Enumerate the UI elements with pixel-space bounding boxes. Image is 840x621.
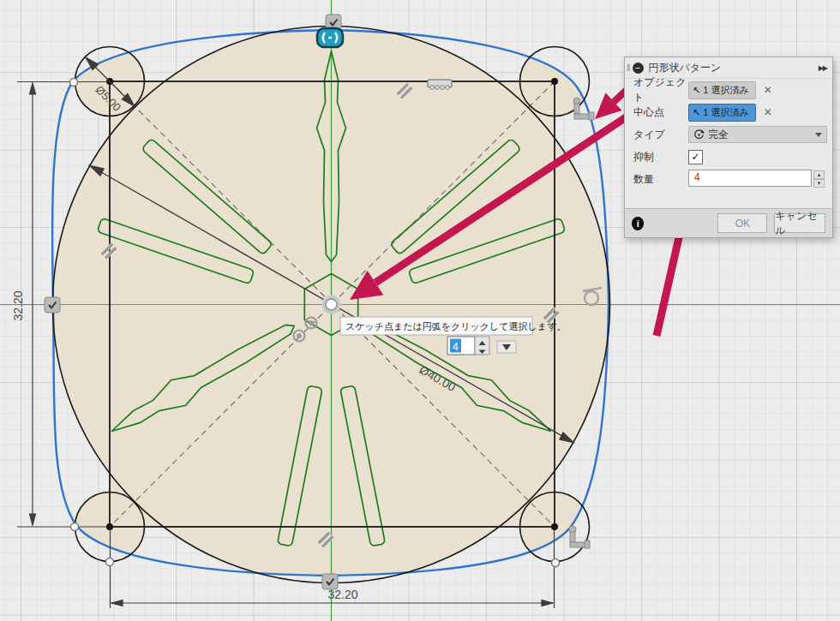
symmetry-point-icon[interactable] — [317, 28, 343, 47]
center-selection-count: 1 選択済み — [703, 106, 748, 119]
cursor-icon: ↖ — [693, 107, 700, 118]
quantity-increment-button[interactable]: ▲ — [813, 170, 825, 179]
suppress-label: 抑制 — [633, 150, 688, 164]
check-constraint-icon — [45, 297, 60, 313]
type-value: 完全 — [708, 128, 815, 142]
dialog-footer: i OK キャンセル — [625, 208, 832, 237]
row-type: タイプ 完全 — [625, 123, 832, 146]
object-selection-count: 1 選択済み — [703, 84, 748, 97]
cancel-button[interactable]: キャンセル — [774, 213, 825, 233]
center-point-marker[interactable] — [322, 296, 341, 314]
type-dropdown[interactable]: 完全 — [688, 126, 827, 143]
drag-grip-icon[interactable]: ‖ — [627, 63, 629, 73]
row-center-point: 中心点 ↖ 1 選択済み ✕ — [625, 101, 832, 123]
center-clear-button[interactable]: ✕ — [764, 106, 772, 118]
object-clear-button[interactable]: ✕ — [764, 84, 772, 96]
canvas-quantity-value[interactable]: 4 — [453, 341, 459, 353]
dialog-title: 円形状パターン — [649, 61, 819, 75]
cursor-icon: ↖ — [693, 85, 700, 96]
row-object: オブジェクト ↖ 1 選択済み ✕ — [625, 79, 832, 101]
center-point-label: 中心点 — [633, 105, 688, 120]
chevron-down-icon — [815, 133, 822, 137]
check-constraint-icon — [322, 574, 338, 589]
full-circle-type-icon — [693, 129, 705, 140]
collapse-icon[interactable]: − — [633, 63, 644, 74]
quantity-decrement-button[interactable]: ▼ — [813, 179, 825, 188]
sketch-canvas[interactable]: Ø40.00 Ø5.00 32.20 32.20 — [0, 0, 840, 621]
ok-button[interactable]: OK — [717, 213, 767, 233]
row-suppress: 抑制 ✓ — [625, 146, 832, 168]
center-point-selection-button[interactable]: ↖ 1 選択済み — [688, 104, 756, 122]
quantity-input[interactable]: 4 — [688, 170, 812, 187]
object-selection-button[interactable]: ↖ 1 選択済み — [688, 81, 756, 99]
info-icon[interactable]: i — [632, 217, 644, 230]
dim-left-label[interactable]: 32.20 — [11, 290, 25, 320]
quantity-label: 数量 — [633, 172, 688, 187]
suppress-checkbox[interactable]: ✓ — [688, 150, 703, 164]
selection-tooltip: スケッチ点または円弧をクリックして選択します。 — [340, 317, 566, 335]
type-label: タイプ — [633, 128, 688, 142]
circular-pattern-dialog: ‖ − 円形状パターン ▶▶ オブジェクト ↖ 1 選択済み ✕ 中心点 ↖ 1… — [624, 57, 833, 238]
expand-panel-icon[interactable]: ▶▶ — [819, 64, 827, 72]
collinear-constraint-icon — [428, 80, 452, 89]
row-quantity: 数量 4 ▲ ▼ — [625, 168, 832, 190]
tooltip-text: スケッチ点または円弧をクリックして選択します。 — [345, 321, 566, 331]
object-label: オブジェクト — [633, 75, 688, 104]
